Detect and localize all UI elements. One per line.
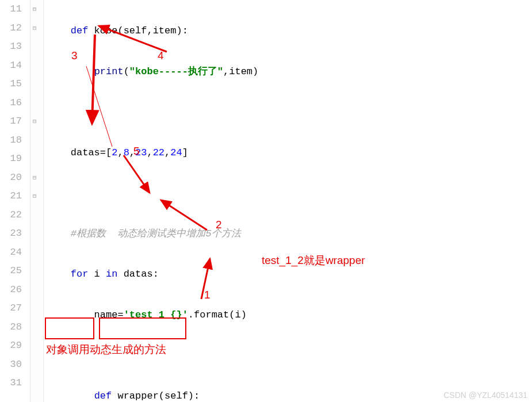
comment: #根据数 动态给测试类中增加5个方法 xyxy=(47,228,241,239)
line-number: 15 xyxy=(6,75,22,94)
line-number: 21 xyxy=(6,187,22,206)
line-number: 26 xyxy=(6,281,22,300)
code-line xyxy=(47,346,532,365)
line-number: 24 xyxy=(6,243,22,262)
line-number: 30 xyxy=(6,355,22,374)
line-number: 11 xyxy=(6,0,22,19)
fold-marker-icon[interactable]: ⊟ xyxy=(33,19,37,38)
line-number: 31 xyxy=(6,374,22,393)
fold-marker-icon[interactable]: ⊟ xyxy=(33,112,37,131)
fold-marker-icon[interactable]: ⊟ xyxy=(33,187,37,206)
line-number: 14 xyxy=(6,56,22,75)
line-number: 12 xyxy=(6,19,22,38)
line-number: 22 xyxy=(6,206,22,225)
code-line xyxy=(47,103,532,122)
code-line: for i in datas: xyxy=(47,265,532,284)
code-editor[interactable]: 11 12 13 14 15 16 17 18 19 20 21 22 23 2… xyxy=(0,0,532,402)
string-literal: 'test_1_{}' xyxy=(124,309,188,320)
code-line: print("kobe-----执行了",item) xyxy=(47,63,532,82)
line-number: 25 xyxy=(6,262,22,281)
keyword-def: def xyxy=(94,390,112,401)
fold-marker-icon[interactable]: ⊟ xyxy=(33,0,37,19)
string-literal: "kobe-----执行了" xyxy=(129,66,223,77)
line-number: 20 xyxy=(6,169,22,187)
line-number: 16 xyxy=(6,94,22,113)
line-number: 19 xyxy=(6,150,22,169)
code-line xyxy=(47,184,532,203)
keyword-for: for xyxy=(71,269,89,280)
line-number: 28 xyxy=(6,318,22,337)
line-number: 23 xyxy=(6,224,22,243)
code-line: def wrapper(self): xyxy=(47,387,532,403)
line-number: 18 xyxy=(6,131,22,150)
line-number: 29 xyxy=(6,336,22,355)
code-area[interactable]: def kobe(self,item): print("kobe-----执行了… xyxy=(44,0,532,402)
line-number: 17 xyxy=(6,112,22,131)
keyword-in: in xyxy=(106,269,117,280)
fold-marker-icon[interactable]: ⊟ xyxy=(33,169,37,187)
line-gutter: 11 12 13 14 15 16 17 18 19 20 21 22 23 2… xyxy=(0,0,30,402)
code-line: datas=[2,8,23,22,24] xyxy=(47,144,532,163)
line-number: 27 xyxy=(6,299,22,318)
builtin-print: print xyxy=(94,66,124,77)
fold-column: ⊟ ⊟ ⊟ ⊟ ⊟ xyxy=(30,0,44,402)
code-line: #根据数 动态给测试类中增加5个方法 xyxy=(47,225,532,244)
line-number: 13 xyxy=(6,37,22,56)
code-line: name='test_1_{}'.format(i) xyxy=(47,306,532,325)
code-line: def kobe(self,item): xyxy=(47,22,532,41)
keyword-def: def xyxy=(71,25,89,36)
